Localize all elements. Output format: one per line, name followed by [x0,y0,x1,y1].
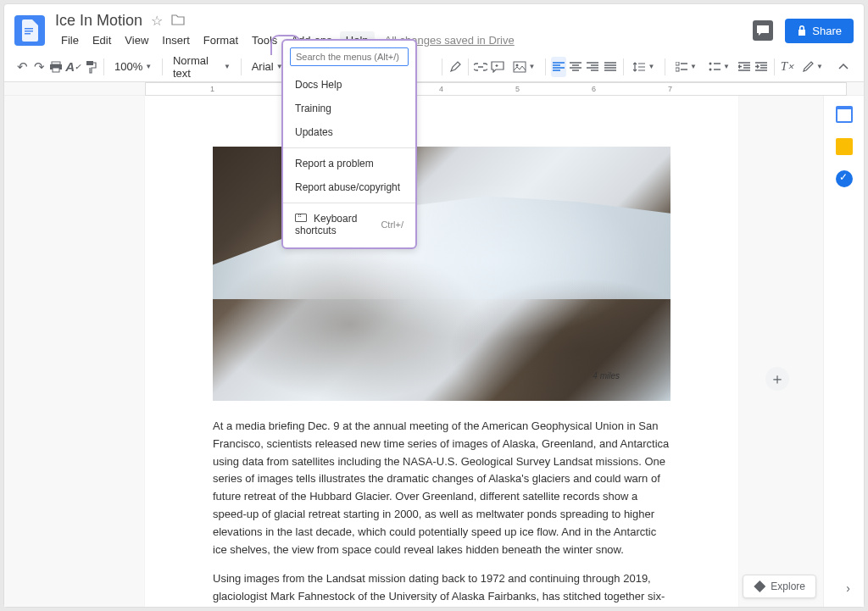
calendar-icon[interactable] [836,106,853,123]
right-sidebar [823,96,864,607]
print-icon[interactable] [48,57,64,77]
menu-format[interactable]: Format [198,31,244,49]
lock-icon [797,25,807,36]
insert-image-dropdown[interactable]: ▼ [508,59,541,75]
svg-rect-5 [53,68,59,72]
help-item-report-abuse[interactable]: Report abuse/copyright [283,175,415,199]
help-item-training[interactable]: Training [283,97,415,120]
menu-view[interactable]: View [119,31,154,49]
clear-formatting-icon[interactable]: T✕ [780,57,795,77]
content-area: 4 miles At a media briefing Dec. 9 at th… [4,96,864,607]
sidebar-collapse-icon[interactable]: › [846,581,850,595]
menu-search-box[interactable] [290,47,409,66]
insert-comment-icon[interactable] [490,57,505,77]
titlebar: Ice In Motion ☆ File Edit View Insert Fo… [4,4,864,52]
star-icon[interactable]: ☆ [151,13,163,29]
menu-insert[interactable]: Insert [156,31,196,49]
ruler-tick: 4 [439,85,443,93]
shortcuts-key: Ctrl+/ [381,219,403,230]
image-scale-label: 4 miles [593,371,620,380]
svg-rect-10 [676,68,679,71]
insert-link-icon[interactable] [473,57,488,77]
zoom-value: 100% [114,60,142,73]
help-item-updates[interactable]: Updates [283,120,415,144]
menu-separator [283,203,415,203]
toolbar: ↶ ↷ A✓ 100%▼ Normal text▼ Arial▼ [4,52,864,82]
share-label: Share [812,25,842,37]
ruler-area: 1 2 3 4 5 6 7 [4,82,864,96]
increase-indent-icon[interactable] [754,57,769,77]
menu-file[interactable]: File [55,31,85,49]
keyboard-icon [295,214,307,222]
document-title[interactable]: Ice In Motion [55,12,142,30]
svg-rect-2 [25,33,31,35]
svg-rect-1 [25,31,33,32]
help-item-docs-help[interactable]: Docs Help [283,73,415,97]
ruler-tick: 7 [668,85,672,93]
help-item-keyboard-shortcuts[interactable]: Keyboard shortcuts Ctrl+/ [283,207,415,242]
hide-menus-icon[interactable] [833,57,854,77]
explore-label: Explore [771,580,805,592]
align-justify-icon[interactable] [603,57,618,77]
svg-rect-3 [52,62,60,64]
add-comment-button[interactable]: ＋ [765,367,789,391]
move-folder-icon[interactable] [171,14,185,29]
align-right-icon[interactable] [585,57,600,77]
spellcheck-icon[interactable]: A✓ [65,57,81,77]
share-button[interactable]: Share [785,19,854,43]
svg-point-8 [515,64,518,66]
align-left-icon[interactable] [551,57,566,77]
svg-rect-9 [676,62,679,65]
menu-edit[interactable]: Edit [86,31,117,49]
zoom-dropdown[interactable]: 100%▼ [109,58,157,75]
highlight-color-icon[interactable] [447,57,462,77]
menu-search-input[interactable] [296,52,403,62]
undo-icon[interactable]: ↶ [14,57,30,77]
explore-button[interactable]: Explore [743,575,816,598]
paragraph-style-dropdown[interactable]: Normal text▼ [168,53,236,81]
ruler-tick: 1 [210,85,214,93]
document-page[interactable]: 4 miles At a media briefing Dec. 9 at th… [145,96,738,607]
svg-rect-7 [514,62,526,72]
svg-rect-6 [86,61,93,65]
comments-history-icon[interactable] [753,20,773,41]
explore-icon [754,580,765,592]
keep-icon[interactable] [836,138,853,155]
ruler-tick: 5 [515,85,520,93]
paint-format-icon[interactable] [83,57,98,77]
svg-point-11 [709,62,711,64]
checklist-dropdown[interactable]: ▼ [670,60,702,74]
editing-mode-dropdown[interactable]: ▼ [797,59,828,75]
horizontal-ruler[interactable]: 1 2 3 4 5 6 7 [145,82,847,96]
redo-icon[interactable]: ↷ [31,57,47,77]
svg-rect-0 [25,28,33,30]
tasks-icon[interactable] [836,170,853,187]
line-spacing-dropdown[interactable]: ▼ [628,59,659,75]
style-value: Normal text [173,54,221,80]
bulleted-list-dropdown[interactable]: ▼ [704,60,735,74]
decrease-indent-icon[interactable] [737,57,752,77]
svg-point-12 [709,68,711,70]
menu-separator [283,147,415,148]
paragraph-1[interactable]: At a media briefing Dec. 9 at the annual… [213,418,670,558]
help-dropdown: Docs Help Training Updates Report a prob… [281,39,417,249]
align-center-icon[interactable] [568,57,583,77]
ruler-tick: 6 [592,85,596,93]
font-value: Arial [252,60,274,73]
paragraph-2[interactable]: Using images from the Landsat mission da… [213,570,670,607]
docs-app-icon[interactable] [14,15,45,46]
help-item-report-problem[interactable]: Report a problem [283,152,415,175]
